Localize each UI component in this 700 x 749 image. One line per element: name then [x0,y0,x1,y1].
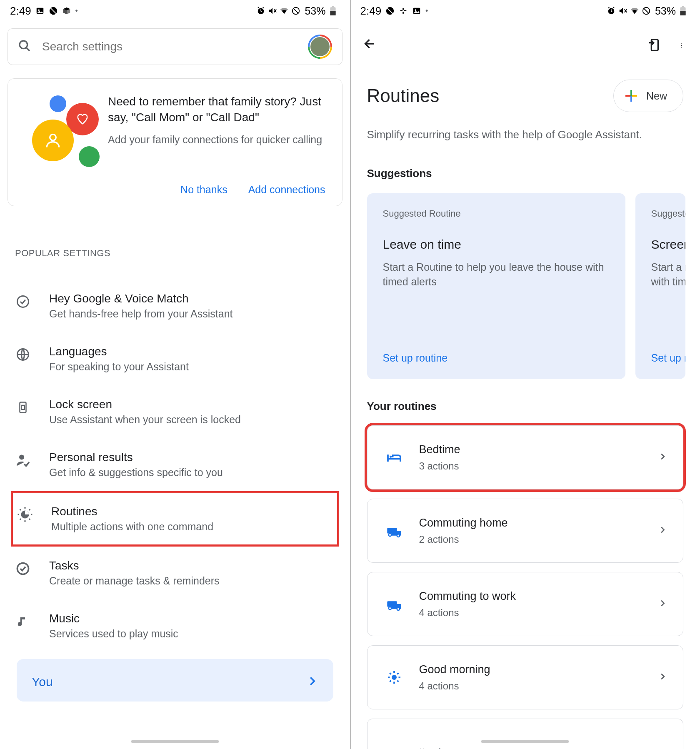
suggestion-card-screen-time[interactable]: Suggested R Screen tim Start a rout with… [635,193,685,379]
back-button[interactable] [363,37,377,55]
sun-icon [386,669,402,686]
status-left: 2:49 • [360,5,428,17]
svg-rect-7 [330,11,335,15]
suggestions-header: Suggestions [367,167,700,180]
page-title: Routines [367,85,440,106]
profile-avatar[interactable] [308,35,332,59]
nav-handle[interactable] [481,740,569,743]
you-title: You [32,675,53,689]
wifi-icon [280,6,289,15]
new-label: New [646,90,667,102]
suggestion-action[interactable]: Set up routine [383,352,610,364]
svg-point-8 [20,41,28,49]
chevron-right-icon [658,452,667,463]
bed-icon [386,449,402,466]
search-input[interactable] [42,40,308,53]
voice-match-icon [15,294,31,310]
svg-rect-6 [332,6,333,7]
setting-title: Hey Google & Voice Match [49,292,233,305]
svg-rect-18 [400,10,403,11]
routine-sub: 2 actions [419,534,508,545]
setting-desc: Get hands-free help from your Assistant [49,308,233,320]
routine-good-morning[interactable]: Good morning4 actions [367,645,684,709]
routine-title: Good morning [419,663,490,676]
no-thanks-button[interactable]: No thanks [180,184,228,196]
suggestion-label: Suggested R [651,208,670,219]
status-right: 53% [607,5,688,17]
svg-point-10 [18,296,29,307]
svg-point-14 [19,455,24,460]
dnd-icon [385,6,395,15]
svg-rect-20 [402,8,404,10]
setting-music[interactable]: MusicServices used to play music [0,599,350,652]
setting-title: Personal results [49,451,223,464]
routine-commuting-home[interactable]: Commuting home2 actions [367,499,684,563]
status-left: 2:49 • [10,5,78,17]
setting-tasks[interactable]: TasksCreate or manage tasks & reminders [0,547,350,599]
more-menu[interactable] [681,38,684,53]
routine-title: Bedtime [419,443,460,456]
setting-languages[interactable]: LanguagesFor speaking to your Assistant [0,332,350,385]
add-connections-button[interactable]: Add connections [248,184,325,196]
svg-point-30 [681,43,682,44]
image-icon [35,6,45,15]
page-subtitle: Simplify recurring tasks with the help o… [367,127,684,142]
setting-desc: Multiple actions with one command [51,521,213,533]
screen-settings: 2:49 • 53% [0,0,350,749]
dnd-icon [49,6,58,15]
status-time: 2:49 [360,5,382,17]
svg-rect-19 [404,10,407,11]
setting-desc: Create or manage tasks & reminders [49,575,220,587]
you-card[interactable]: You [17,659,333,702]
mute-icon [618,6,628,15]
battery-text: 53% [305,5,325,17]
routine-commuting-work[interactable]: Commuting to work4 actions [367,572,684,636]
battery-icon [328,6,338,15]
svg-point-33 [390,456,392,458]
promo-card: Need to remember that family story? Just… [8,78,342,206]
setting-desc: Services used to play music [49,628,178,640]
suggestion-card-leave-on-time[interactable]: Suggested Routine Leave on time Start a … [367,193,625,379]
box-icon [62,6,71,15]
status-right: 53% [256,5,337,17]
top-bar [350,22,700,67]
search-bar[interactable] [8,28,342,65]
suggestion-action[interactable]: Set up rou [651,352,670,364]
setting-personal-results[interactable]: Personal resultsGet info & suggestions s… [0,438,350,491]
routine-sub: 3 actions [419,460,460,472]
routines-icon [17,507,33,522]
routine-im-home[interactable]: I'm home [367,719,684,749]
promo-subtitle: Add your family connections for quicker … [108,133,325,147]
battery-icon [678,6,688,15]
suggestion-desc: Start a rout with timed [651,260,670,289]
alarm-icon [607,6,616,15]
setting-hey-google[interactable]: Hey Google & Voice MatchGet hands-free h… [0,280,350,332]
svg-point-41 [397,608,400,611]
nav-handle[interactable] [131,740,219,743]
svg-point-40 [388,607,391,610]
setting-lock-screen[interactable]: Lock screenUse Assistant when your scree… [0,385,350,438]
setting-routines[interactable]: RoutinesMultiple actions with one comman… [11,491,339,547]
dot-icon: • [75,7,78,15]
routine-title: Commuting to work [419,590,516,603]
dnd2-icon [642,6,651,15]
car-icon [386,522,402,539]
suggestions-scroll[interactable]: Suggested Routine Leave on time Start a … [367,193,700,379]
new-routine-button[interactable]: New [613,80,683,112]
slack-icon [399,6,408,15]
svg-point-42 [392,675,397,680]
setting-title: Lock screen [49,398,241,411]
setting-desc: For speaking to your Assistant [49,361,189,373]
person-check-icon [15,452,31,468]
svg-rect-28 [680,11,685,15]
promo-title: Need to remember that family story? Just… [108,94,325,125]
chevron-right-icon [658,525,667,536]
car-icon [386,596,402,612]
image-icon [412,6,421,15]
routine-bedtime[interactable]: Bedtime3 actions [367,425,684,489]
dnd2-icon [291,6,300,15]
plus-icon [625,90,637,102]
shortcut-icon[interactable] [648,38,661,53]
setting-title: Tasks [49,559,220,572]
screen-routines: 2:49 • 53% Routines New [350,0,700,749]
